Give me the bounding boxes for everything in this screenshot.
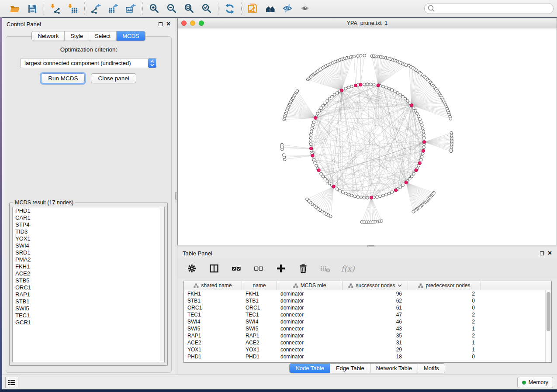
ring-node[interactable]: [344, 87, 347, 90]
mcds-hub-node[interactable]: [422, 141, 426, 144]
ring-node[interactable]: [309, 136, 312, 139]
ring-node[interactable]: [421, 127, 424, 130]
column-header-shared-name[interactable]: shared name: [184, 281, 242, 290]
table-row[interactable]: SWI5SWI5connector431: [184, 325, 551, 332]
table-row[interactable]: YOX1YOX1connector291: [184, 346, 551, 353]
ring-node[interactable]: [401, 184, 405, 187]
ring-node[interactable]: [387, 192, 391, 195]
ring-node[interactable]: [312, 121, 315, 124]
ring-node[interactable]: [408, 177, 412, 180]
ring-node[interactable]: [387, 87, 391, 90]
ring-node[interactable]: [336, 92, 339, 95]
network-canvas[interactable]: [178, 28, 557, 245]
float-table-panel-icon[interactable]: [540, 251, 544, 255]
table-scrollbar[interactable]: [545, 290, 551, 362]
zoom-in-icon[interactable]: [149, 3, 160, 14]
mcds-result-item[interactable]: SWI5: [13, 305, 164, 312]
ring-node[interactable]: [385, 86, 388, 89]
ring-node[interactable]: [421, 124, 424, 127]
ring-node[interactable]: [336, 188, 339, 191]
deselect-all-icon[interactable]: [253, 263, 264, 274]
column-header-predecessor-nodes[interactable]: predecessor nodes: [408, 281, 481, 290]
export-table-icon[interactable]: [108, 3, 119, 14]
search-input[interactable]: [424, 3, 554, 14]
table-scrollbar-thumb[interactable]: [547, 292, 550, 331]
ring-node[interactable]: [326, 100, 329, 103]
ring-node[interactable]: [350, 85, 353, 88]
ring-node[interactable]: [366, 196, 369, 199]
ring-node[interactable]: [328, 182, 331, 185]
tab-network-table[interactable]: Network Table: [370, 364, 418, 373]
mcds-result-item[interactable]: TID3: [13, 228, 164, 235]
ring-node[interactable]: [376, 196, 379, 199]
zoom-out-icon[interactable]: [166, 3, 177, 14]
ring-node[interactable]: [331, 95, 334, 98]
ring-node[interactable]: [347, 193, 350, 196]
mcds-result-item[interactable]: ACE2: [13, 270, 164, 277]
ring-node[interactable]: [419, 158, 422, 162]
leaf-node[interactable]: [359, 54, 362, 57]
select-all-icon[interactable]: [231, 263, 242, 274]
leaf-node[interactable]: [296, 89, 299, 93]
leaf-node[interactable]: [282, 154, 285, 157]
ring-node[interactable]: [406, 100, 409, 103]
network-graph[interactable]: [178, 28, 557, 245]
ring-node[interactable]: [310, 133, 313, 136]
ring-node[interactable]: [366, 83, 369, 86]
import-table-icon[interactable]: [67, 3, 79, 14]
ring-node[interactable]: [318, 110, 321, 113]
optimization-criterion-dropdown[interactable]: largest connected component (undirected): [20, 58, 157, 68]
show-all-icon[interactable]: [300, 3, 311, 14]
leaf-node[interactable]: [449, 117, 452, 120]
ring-node[interactable]: [399, 93, 402, 96]
mcds-hub-node[interactable]: [311, 154, 314, 157]
ring-node[interactable]: [414, 110, 417, 113]
tab-style[interactable]: Style: [64, 31, 89, 41]
leaf-node[interactable]: [356, 55, 360, 58]
ring-node[interactable]: [417, 115, 420, 118]
ring-node[interactable]: [315, 164, 318, 167]
ring-node[interactable]: [423, 136, 426, 139]
export-network-icon[interactable]: [90, 3, 102, 14]
table-row[interactable]: SWI4SWI4dominator462: [184, 318, 551, 325]
open-file-icon[interactable]: [9, 3, 21, 14]
export-image-icon[interactable]: [125, 3, 137, 14]
mcds-hub-node[interactable]: [422, 149, 425, 152]
tab-select[interactable]: Select: [89, 31, 116, 41]
ring-node[interactable]: [322, 104, 325, 107]
mcds-result-item[interactable]: TEC1: [13, 312, 164, 319]
ring-node[interactable]: [422, 146, 426, 149]
leaf-node[interactable]: [412, 210, 415, 213]
horizontal-splitter[interactable]: [177, 245, 557, 247]
refresh-layout-icon[interactable]: [224, 3, 235, 14]
ring-node[interactable]: [363, 196, 366, 199]
mcds-result-item[interactable]: SWI4: [13, 242, 164, 249]
ring-node[interactable]: [333, 93, 336, 96]
home-view-icon[interactable]: [265, 3, 276, 14]
ring-node[interactable]: [391, 89, 394, 92]
column-header-successor-nodes[interactable]: successor nodes: [343, 281, 408, 290]
zoom-selected-icon[interactable]: [201, 3, 212, 14]
mcds-result-item[interactable]: STP4: [13, 221, 164, 228]
mcds-result-item[interactable]: RAP1: [13, 291, 164, 298]
leaf-node[interactable]: [280, 143, 284, 146]
mcds-hub-node[interactable]: [370, 196, 373, 199]
ring-node[interactable]: [369, 83, 372, 86]
import-network-icon[interactable]: [50, 3, 61, 14]
mcds-hub-node[interactable]: [410, 104, 413, 107]
zoom-fit-icon[interactable]: [183, 3, 195, 14]
ring-node[interactable]: [379, 195, 382, 198]
mcds-result-item[interactable]: CAR1: [13, 214, 164, 221]
task-history-button[interactable]: [5, 377, 18, 388]
close-table-panel-icon[interactable]: ×: [548, 250, 552, 257]
mcds-hub-node[interactable]: [340, 89, 343, 92]
ring-node[interactable]: [350, 194, 353, 197]
column-header-MCDS-role[interactable]: MCDS role: [277, 281, 343, 290]
ring-node[interactable]: [419, 118, 422, 121]
ring-node[interactable]: [320, 172, 323, 175]
ring-node[interactable]: [382, 194, 385, 197]
ring-node[interactable]: [421, 155, 424, 158]
column-header-name[interactable]: name: [242, 281, 277, 290]
mcds-hub-node[interactable]: [394, 189, 397, 192]
ring-node[interactable]: [339, 189, 342, 193]
